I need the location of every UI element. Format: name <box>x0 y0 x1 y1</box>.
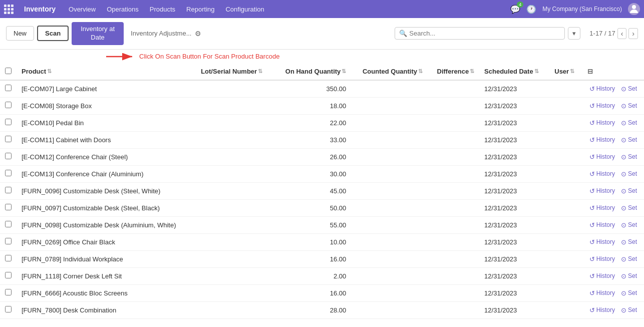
row-checkbox-cell[interactable] <box>0 182 17 199</box>
header-counted[interactable]: Counted Quantity ⇅ <box>351 64 428 80</box>
row-checkbox[interactable] <box>5 255 12 261</box>
history-button[interactable]: ↺ History <box>587 118 617 128</box>
history-label: History <box>596 170 615 177</box>
header-user[interactable]: User ⇅ <box>549 64 582 80</box>
row-checkbox[interactable] <box>5 187 12 193</box>
row-difference <box>428 267 479 284</box>
header-product[interactable]: Product ⇅ <box>17 64 196 80</box>
inventory-at-date-button[interactable]: Inventory at Date <box>72 22 124 45</box>
set-icon: ⊙ <box>621 170 626 178</box>
row-checkbox-cell[interactable] <box>0 301 17 318</box>
row-checkbox[interactable] <box>5 102 12 108</box>
app-grid-icon[interactable] <box>4 5 18 14</box>
row-checkbox-cell[interactable] <box>0 250 17 267</box>
history-button[interactable]: ↺ History <box>587 220 617 230</box>
set-button[interactable]: ⊙ Set <box>619 305 639 315</box>
history-button[interactable]: ↺ History <box>587 237 617 247</box>
breadcrumb-text: Inventory Adjustme... <box>131 30 191 37</box>
set-button[interactable]: ⊙ Set <box>619 254 639 264</box>
row-checkbox-cell[interactable] <box>0 267 17 284</box>
row-user <box>549 165 582 182</box>
settings-icon[interactable]: ⚙ <box>195 30 201 38</box>
row-checkbox-cell[interactable] <box>0 233 17 250</box>
next-page-button[interactable]: › <box>628 28 638 39</box>
set-button[interactable]: ⊙ Set <box>619 237 639 247</box>
search-input[interactable] <box>409 30 560 37</box>
history-button[interactable]: ↺ History <box>587 288 617 298</box>
set-button[interactable]: ⊙ Set <box>619 288 639 298</box>
clock-icon[interactable]: 🕐 <box>526 5 536 14</box>
row-checkbox-cell[interactable] <box>0 165 17 182</box>
nav-overview[interactable]: Overview <box>64 4 101 15</box>
header-checkbox-cell[interactable] <box>0 64 17 80</box>
set-button[interactable]: ⊙ Set <box>619 271 639 281</box>
header-lot[interactable]: Lot/Serial Number ⇅ <box>196 64 274 80</box>
set-button[interactable]: ⊙ Set <box>619 186 639 196</box>
user-avatar[interactable] <box>628 3 640 15</box>
nav-products[interactable]: Products <box>145 4 180 15</box>
row-checkbox[interactable] <box>5 221 12 227</box>
history-button[interactable]: ↺ History <box>587 203 617 213</box>
nav-reporting[interactable]: Reporting <box>181 4 219 15</box>
set-button[interactable]: ⊙ Set <box>619 152 639 162</box>
row-checkbox-cell[interactable] <box>0 284 17 301</box>
select-all-checkbox[interactable] <box>5 68 12 74</box>
row-checkbox[interactable] <box>5 85 12 91</box>
set-button[interactable]: ⊙ Set <box>619 203 639 213</box>
set-button[interactable]: ⊙ Set <box>619 169 639 179</box>
set-button[interactable]: ⊙ Set <box>619 135 639 145</box>
history-button[interactable]: ↺ History <box>587 84 617 94</box>
history-icon: ↺ <box>589 255 595 263</box>
header-difference[interactable]: Difference ⇅ <box>428 64 479 80</box>
history-button[interactable]: ↺ History <box>587 254 617 264</box>
history-button[interactable]: ↺ History <box>587 305 617 315</box>
set-button[interactable]: ⊙ Set <box>619 118 639 128</box>
new-button[interactable]: New <box>6 26 34 41</box>
header-on-hand[interactable]: On Hand Quantity ⇅ <box>274 64 351 80</box>
history-button[interactable]: ↺ History <box>587 135 617 145</box>
pagination-info: 1-17 / 17 ‹ › <box>589 28 638 39</box>
row-difference <box>428 80 479 98</box>
row-user <box>549 97 582 114</box>
row-checkbox-cell[interactable] <box>0 114 17 131</box>
nav-operations[interactable]: Operations <box>102 4 144 15</box>
history-button[interactable]: ↺ History <box>587 169 617 179</box>
row-checkbox-cell[interactable] <box>0 216 17 233</box>
row-checkbox[interactable] <box>5 204 12 210</box>
set-button[interactable]: ⊙ Set <box>619 220 639 230</box>
toolbar: New Scan Inventory at Date Inventory Adj… <box>0 18 644 50</box>
set-button[interactable]: ⊙ Set <box>619 84 639 94</box>
search-area: 🔍 ▾ 1-17 / 17 ‹ › <box>395 27 638 40</box>
row-checkbox[interactable] <box>5 170 12 176</box>
app-name[interactable]: Inventory <box>24 5 56 13</box>
row-on-hand: 350.00 <box>274 80 351 98</box>
history-button[interactable]: ↺ History <box>587 186 617 196</box>
row-product: [FURN_1118] Corner Desk Left Sit <box>17 267 196 284</box>
row-checkbox-cell[interactable] <box>0 97 17 114</box>
prev-page-button[interactable]: ‹ <box>617 28 627 39</box>
chat-icon[interactable]: 💬 4 <box>510 5 520 14</box>
company-selector[interactable]: My Company (San Francisco) <box>542 6 622 13</box>
scan-button[interactable]: Scan <box>37 26 69 41</box>
row-checkbox-cell[interactable] <box>0 80 17 98</box>
row-checkbox[interactable] <box>5 136 12 142</box>
row-checkbox[interactable] <box>5 272 12 278</box>
row-checkbox-cell[interactable] <box>0 199 17 216</box>
set-button[interactable]: ⊙ Set <box>619 101 639 111</box>
row-checkbox[interactable] <box>5 306 12 312</box>
row-checkbox[interactable] <box>5 153 12 159</box>
row-checkbox-cell[interactable] <box>0 148 17 165</box>
column-options-icon[interactable]: ⊟ <box>587 68 593 75</box>
header-scheduled-date[interactable]: Scheduled Date ⇅ <box>479 64 549 80</box>
history-button[interactable]: ↺ History <box>587 152 617 162</box>
history-button[interactable]: ↺ History <box>587 101 617 111</box>
row-checkbox-cell[interactable] <box>0 131 17 148</box>
search-dropdown-button[interactable]: ▾ <box>568 27 580 40</box>
history-button[interactable]: ↺ History <box>587 271 617 281</box>
row-checkbox[interactable] <box>5 289 12 295</box>
row-lot <box>196 250 274 267</box>
row-scheduled-date: 12/31/2023 <box>479 284 549 301</box>
row-checkbox[interactable] <box>5 119 12 125</box>
row-checkbox[interactable] <box>5 238 12 244</box>
nav-configuration[interactable]: Configuration <box>220 4 269 15</box>
